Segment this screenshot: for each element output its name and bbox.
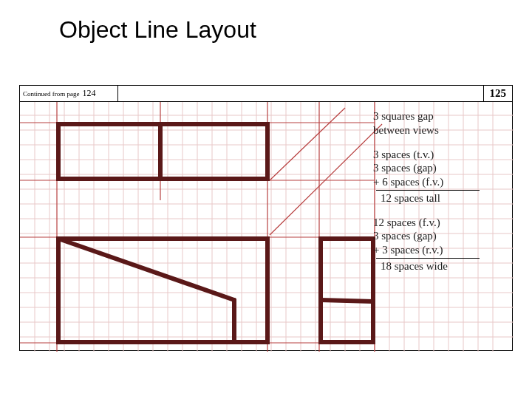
notebook-header: Continued from page 124 125 bbox=[20, 86, 512, 102]
annotation-text: between views bbox=[373, 123, 506, 137]
annotation-text: 3 spaces (t.v.) bbox=[373, 148, 506, 162]
svg-line-57 bbox=[270, 108, 345, 180]
annotation-text: 3 spaces (gap) bbox=[373, 161, 506, 175]
annotations: 3 squares gap between views 3 spaces (t.… bbox=[373, 109, 506, 284]
annotation-rule bbox=[376, 258, 480, 259]
svg-line-62 bbox=[58, 239, 234, 300]
annotation-sum: 12 spaces tall bbox=[373, 191, 506, 205]
continued-from-value: 124 bbox=[82, 88, 95, 99]
svg-line-65 bbox=[321, 300, 373, 301]
svg-line-58 bbox=[270, 124, 382, 235]
annotation-rule bbox=[376, 190, 480, 191]
sketch-area: Continued from page 124 125 bbox=[19, 85, 513, 351]
annotation-sum: 18 spaces wide bbox=[373, 259, 506, 273]
page-number: 125 bbox=[483, 86, 513, 101]
annotation-text: 12 spaces (f.v.) bbox=[373, 216, 506, 230]
annotation-tall: 3 spaces (t.v.) 3 spaces (gap) + 6 space… bbox=[373, 148, 506, 205]
annotation-gap: 3 squares gap between views bbox=[373, 109, 506, 137]
annotation-text: + 6 spaces (f.v.) bbox=[373, 175, 506, 189]
annotation-wide: 12 spaces (f.v.) 3 spaces (gap) + 3 spac… bbox=[373, 216, 506, 273]
annotation-text: 3 squares gap bbox=[373, 109, 506, 123]
annotation-text: + 3 spaces (r.v.) bbox=[373, 243, 506, 257]
annotation-text: 3 spaces (gap) bbox=[373, 229, 506, 243]
svg-rect-64 bbox=[321, 239, 373, 342]
svg-rect-59 bbox=[58, 124, 267, 179]
continued-from-label: Continued from page bbox=[20, 90, 79, 98]
slide-title: Object Line Layout bbox=[59, 16, 256, 44]
